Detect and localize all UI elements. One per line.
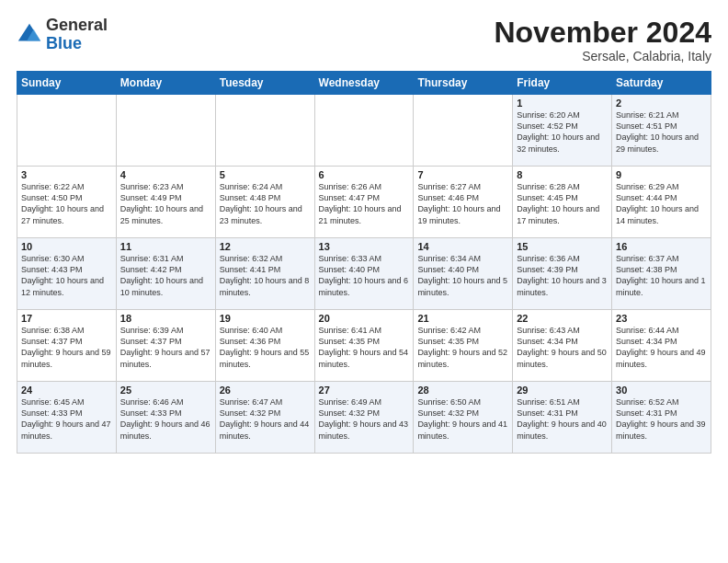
day-info: Sunrise: 6:41 AM Sunset: 4:35 PM Dayligh… [319, 325, 410, 370]
day-number: 25 [120, 385, 211, 396]
day-number: 29 [517, 385, 608, 396]
logo: General Blue [17, 17, 108, 53]
day-number: 4 [120, 169, 211, 180]
cell-4-1: 25Sunrise: 6:46 AM Sunset: 4:33 PM Dayli… [116, 382, 215, 454]
day-number: 28 [417, 385, 508, 396]
location: Sersale, Calabria, Italy [494, 49, 711, 63]
day-info: Sunrise: 6:51 AM Sunset: 4:31 PM Dayligh… [517, 396, 608, 442]
day-number: 15 [517, 241, 608, 252]
cell-3-4: 21Sunrise: 6:42 AM Sunset: 4:35 PM Dayli… [414, 310, 513, 382]
day-number: 12 [220, 241, 311, 252]
cell-4-0: 24Sunrise: 6:45 AM Sunset: 4:33 PM Dayli… [17, 382, 117, 454]
cell-1-5: 8Sunrise: 6:28 AM Sunset: 4:45 PM Daylig… [513, 167, 612, 238]
logo-general: General [46, 16, 108, 34]
day-info: Sunrise: 6:34 AM Sunset: 4:40 PM Dayligh… [417, 253, 508, 298]
day-number: 1 [517, 98, 608, 109]
cell-4-5: 29Sunrise: 6:51 AM Sunset: 4:31 PM Dayli… [513, 382, 612, 454]
col-thursday: Thursday [414, 72, 513, 95]
day-number: 6 [319, 169, 410, 180]
cell-3-0: 17Sunrise: 6:38 AM Sunset: 4:37 PM Dayli… [17, 310, 117, 382]
day-info: Sunrise: 6:40 AM Sunset: 4:36 PM Dayligh… [220, 325, 311, 370]
day-number: 8 [517, 169, 608, 180]
col-wednesday: Wednesday [314, 72, 414, 95]
day-number: 7 [417, 169, 508, 180]
day-info: Sunrise: 6:20 AM Sunset: 4:52 PM Dayligh… [517, 109, 608, 155]
cell-3-1: 18Sunrise: 6:39 AM Sunset: 4:37 PM Dayli… [116, 310, 215, 382]
day-info: Sunrise: 6:26 AM Sunset: 4:47 PM Dayligh… [319, 181, 410, 226]
cell-4-4: 28Sunrise: 6:50 AM Sunset: 4:32 PM Dayli… [414, 382, 513, 454]
cell-3-2: 19Sunrise: 6:40 AM Sunset: 4:36 PM Dayli… [215, 310, 314, 382]
logo-text: General Blue [46, 17, 108, 53]
day-number: 26 [220, 385, 311, 396]
day-info: Sunrise: 6:29 AM Sunset: 4:44 PM Dayligh… [616, 181, 707, 226]
cell-0-5: 1Sunrise: 6:20 AM Sunset: 4:52 PM Daylig… [513, 95, 612, 167]
header: General Blue November 2024 Sersale, Cala… [17, 17, 711, 63]
cell-0-3 [314, 95, 414, 167]
day-number: 13 [319, 241, 410, 252]
day-info: Sunrise: 6:43 AM Sunset: 4:34 PM Dayligh… [517, 325, 608, 370]
week-row-2: 10Sunrise: 6:30 AM Sunset: 4:43 PM Dayli… [17, 238, 711, 310]
cell-2-2: 12Sunrise: 6:32 AM Sunset: 4:41 PM Dayli… [215, 238, 314, 310]
cell-1-2: 5Sunrise: 6:24 AM Sunset: 4:48 PM Daylig… [215, 167, 314, 238]
cell-4-6: 30Sunrise: 6:52 AM Sunset: 4:31 PM Dayli… [612, 382, 711, 454]
day-number: 3 [21, 169, 112, 180]
week-row-1: 3Sunrise: 6:22 AM Sunset: 4:50 PM Daylig… [17, 167, 711, 238]
day-info: Sunrise: 6:44 AM Sunset: 4:34 PM Dayligh… [616, 325, 707, 370]
col-monday: Monday [116, 72, 215, 95]
cell-2-3: 13Sunrise: 6:33 AM Sunset: 4:40 PM Dayli… [314, 238, 414, 310]
cell-2-6: 16Sunrise: 6:37 AM Sunset: 4:38 PM Dayli… [612, 238, 711, 310]
cell-3-5: 22Sunrise: 6:43 AM Sunset: 4:34 PM Dayli… [513, 310, 612, 382]
day-info: Sunrise: 6:33 AM Sunset: 4:40 PM Dayligh… [319, 253, 410, 298]
col-saturday: Saturday [612, 72, 711, 95]
day-info: Sunrise: 6:36 AM Sunset: 4:39 PM Dayligh… [517, 253, 608, 298]
day-info: Sunrise: 6:30 AM Sunset: 4:43 PM Dayligh… [21, 253, 112, 298]
day-info: Sunrise: 6:27 AM Sunset: 4:46 PM Dayligh… [417, 181, 508, 226]
cell-3-3: 20Sunrise: 6:41 AM Sunset: 4:35 PM Dayli… [314, 310, 414, 382]
day-number: 11 [120, 241, 211, 252]
day-number: 22 [517, 313, 608, 324]
cell-1-3: 6Sunrise: 6:26 AM Sunset: 4:47 PM Daylig… [314, 167, 414, 238]
day-info: Sunrise: 6:22 AM Sunset: 4:50 PM Dayligh… [21, 181, 112, 226]
day-number: 2 [616, 98, 707, 109]
day-info: Sunrise: 6:23 AM Sunset: 4:49 PM Dayligh… [120, 181, 211, 226]
cell-0-1 [116, 95, 215, 167]
col-sunday: Sunday [17, 72, 117, 95]
cell-0-2 [215, 95, 314, 167]
cell-4-3: 27Sunrise: 6:49 AM Sunset: 4:32 PM Dayli… [314, 382, 414, 454]
day-number: 27 [319, 385, 410, 396]
day-info: Sunrise: 6:46 AM Sunset: 4:33 PM Dayligh… [120, 396, 211, 442]
cell-1-6: 9Sunrise: 6:29 AM Sunset: 4:44 PM Daylig… [612, 167, 711, 238]
col-tuesday: Tuesday [215, 72, 314, 95]
day-info: Sunrise: 6:49 AM Sunset: 4:32 PM Dayligh… [319, 396, 410, 442]
day-info: Sunrise: 6:21 AM Sunset: 4:51 PM Dayligh… [616, 109, 707, 155]
day-number: 21 [417, 313, 508, 324]
calendar-table: Sunday Monday Tuesday Wednesday Thursday… [17, 71, 711, 454]
day-info: Sunrise: 6:39 AM Sunset: 4:37 PM Dayligh… [120, 325, 211, 370]
cell-2-4: 14Sunrise: 6:34 AM Sunset: 4:40 PM Dayli… [414, 238, 513, 310]
day-info: Sunrise: 6:45 AM Sunset: 4:33 PM Dayligh… [21, 396, 112, 442]
cell-2-1: 11Sunrise: 6:31 AM Sunset: 4:42 PM Dayli… [116, 238, 215, 310]
col-friday: Friday [513, 72, 612, 95]
week-row-3: 17Sunrise: 6:38 AM Sunset: 4:37 PM Dayli… [17, 310, 711, 382]
day-number: 14 [417, 241, 508, 252]
day-number: 23 [616, 313, 707, 324]
cell-2-0: 10Sunrise: 6:30 AM Sunset: 4:43 PM Dayli… [17, 238, 117, 310]
weekday-header-row: Sunday Monday Tuesday Wednesday Thursday… [17, 72, 711, 95]
cell-2-5: 15Sunrise: 6:36 AM Sunset: 4:39 PM Dayli… [513, 238, 612, 310]
month-title: November 2024 [494, 17, 711, 49]
day-info: Sunrise: 6:42 AM Sunset: 4:35 PM Dayligh… [417, 325, 508, 370]
day-number: 16 [616, 241, 707, 252]
day-info: Sunrise: 6:24 AM Sunset: 4:48 PM Dayligh… [220, 181, 311, 226]
cell-0-6: 2Sunrise: 6:21 AM Sunset: 4:51 PM Daylig… [612, 95, 711, 167]
calendar-body: 1Sunrise: 6:20 AM Sunset: 4:52 PM Daylig… [17, 95, 711, 454]
day-info: Sunrise: 6:52 AM Sunset: 4:31 PM Dayligh… [616, 396, 707, 442]
day-number: 10 [21, 241, 112, 252]
logo-icon [17, 22, 42, 48]
day-number: 18 [120, 313, 211, 324]
cell-1-1: 4Sunrise: 6:23 AM Sunset: 4:49 PM Daylig… [116, 167, 215, 238]
week-row-4: 24Sunrise: 6:45 AM Sunset: 4:33 PM Dayli… [17, 382, 711, 454]
cell-3-6: 23Sunrise: 6:44 AM Sunset: 4:34 PM Dayli… [612, 310, 711, 382]
cell-0-4 [414, 95, 513, 167]
day-info: Sunrise: 6:31 AM Sunset: 4:42 PM Dayligh… [120, 253, 211, 298]
day-info: Sunrise: 6:50 AM Sunset: 4:32 PM Dayligh… [417, 396, 508, 442]
